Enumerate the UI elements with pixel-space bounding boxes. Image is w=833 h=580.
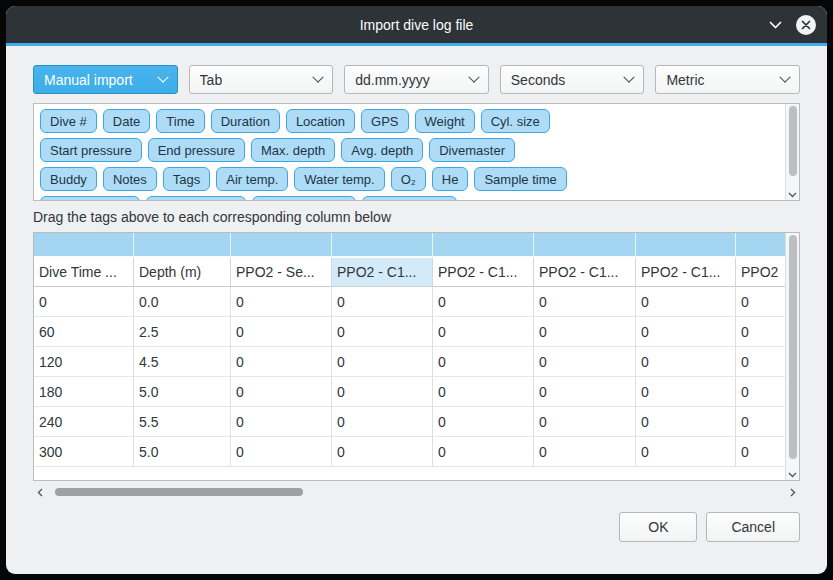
tag-max-depth[interactable]: Max. depth	[251, 138, 335, 162]
table-area: Dive Time ...Depth (m)PPO2 - Se...PPO2 -…	[34, 233, 785, 480]
combo-tab[interactable]: Tab	[189, 65, 334, 94]
tag-location[interactable]: Location	[286, 109, 355, 133]
chevron-down-icon	[468, 71, 479, 82]
table-cell: 0	[636, 317, 736, 347]
combo-seconds[interactable]: Seconds	[500, 65, 645, 94]
combo-dd-mm-yyyy[interactable]: dd.mm.yyyy	[344, 65, 489, 94]
tag-buddy[interactable]: Buddy	[40, 167, 97, 191]
tag-rows: Dive #DateTimeDurationLocationGPSWeightC…	[34, 104, 799, 201]
column-header-dive-time[interactable]: Dive Time ...	[34, 258, 134, 287]
table-header-row: Dive Time ...Depth (m)PPO2 - Se...PPO2 -…	[34, 258, 785, 287]
scroll-left-button[interactable]	[33, 484, 47, 500]
scrollbar-thumb[interactable]	[55, 488, 303, 496]
table-cell: 5.0	[134, 377, 231, 407]
tag-start-pressure[interactable]: Start pressure	[40, 138, 142, 162]
column-header-depth-m[interactable]: Depth (m)	[134, 258, 231, 287]
tag-sample-depth[interactable]: Sample depth	[40, 196, 140, 201]
chevron-down-icon	[624, 71, 635, 82]
shade-button[interactable]	[764, 14, 786, 36]
column-drop-target[interactable]	[736, 233, 785, 258]
tag-sample-press[interactable]: Sample press.	[252, 196, 355, 201]
table-cell: 2.5	[134, 317, 231, 347]
column-drop-target[interactable]	[134, 233, 231, 258]
column-drop-target[interactable]	[433, 233, 534, 258]
scroll-down-button[interactable]	[786, 472, 799, 478]
tag-time[interactable]: Time	[156, 109, 204, 133]
titlebar-buttons	[764, 6, 817, 43]
table-cell: 0	[534, 347, 636, 377]
table-scrollbar-vertical[interactable]	[785, 233, 799, 480]
tag-gps[interactable]: GPS	[361, 109, 408, 133]
combo-metric[interactable]: Metric	[655, 65, 800, 94]
table-cell: 0	[231, 437, 332, 467]
tag-duration[interactable]: Duration	[211, 109, 280, 133]
table-cell: 120	[34, 347, 134, 377]
tag-sample-cns[interactable]: Sample CNS	[362, 196, 457, 201]
cancel-button[interactable]: Cancel	[706, 512, 800, 542]
scroll-right-button[interactable]	[786, 484, 800, 500]
chevron-down-icon	[788, 192, 797, 198]
table-cell: 0	[332, 377, 433, 407]
column-header-ppo2-c1[interactable]: PPO2 - C1...	[433, 258, 534, 287]
dialog-content: Manual importTabdd.mm.yyyySecondsMetric …	[6, 46, 827, 542]
table-cell: 60	[34, 317, 134, 347]
chevron-down-icon	[788, 472, 797, 478]
tag-divemaster[interactable]: Divemaster	[429, 138, 515, 162]
tag-sample-temp[interactable]: Sample temp.	[146, 196, 246, 201]
scrollbar-track[interactable]	[47, 484, 786, 500]
column-header-ppo2-c1[interactable]: PPO2 - C1...	[636, 258, 736, 287]
column-drop-target[interactable]	[332, 233, 433, 258]
table-cell: 0	[534, 377, 636, 407]
tag-end-pressure[interactable]: End pressure	[148, 138, 245, 162]
table-cell: 0	[433, 347, 534, 377]
chevron-down-icon	[779, 71, 790, 82]
column-drop-target[interactable]	[231, 233, 332, 258]
close-button[interactable]	[795, 14, 817, 36]
scrollbar-thumb[interactable]	[789, 235, 797, 459]
table-cell: 0	[636, 287, 736, 317]
tag-tags[interactable]: Tags	[163, 167, 210, 191]
tag-dive[interactable]: Dive #	[40, 109, 97, 133]
table-cell: 0.0	[134, 287, 231, 317]
combo-manual-import[interactable]: Manual import	[33, 65, 178, 94]
ok-button[interactable]: OK	[619, 512, 697, 542]
column-drop-target[interactable]	[534, 233, 636, 258]
tag-cyl-size[interactable]: Cyl. size	[481, 109, 550, 133]
tag-air-temp[interactable]: Air temp.	[216, 167, 288, 191]
table-cell: 0	[332, 437, 433, 467]
table-row: 602.5000000	[34, 317, 785, 347]
tag-row: Sample depthSample temp.Sample press.Sam…	[40, 196, 793, 201]
table-scrollbar-horizontal[interactable]	[33, 484, 800, 500]
column-header-ppo2-se[interactable]: PPO2 - Se...	[231, 258, 332, 287]
table-cell: 180	[34, 377, 134, 407]
tag-avg-depth[interactable]: Avg. depth	[341, 138, 423, 162]
table-cell: 0	[231, 377, 332, 407]
tag-notes[interactable]: Notes	[103, 167, 157, 191]
tag-date[interactable]: Date	[103, 109, 150, 133]
table-cell: 0	[534, 407, 636, 437]
column-drop-target[interactable]	[636, 233, 736, 258]
table-cell: 0	[736, 437, 785, 467]
tag-water-temp[interactable]: Water temp.	[294, 167, 384, 191]
titlebar[interactable]: Import dive log file	[6, 6, 827, 43]
chevron-down-icon	[769, 21, 782, 29]
column-header-ppo2-c1[interactable]: PPO2 - C1...	[534, 258, 636, 287]
table-cell: 0	[636, 347, 736, 377]
combo-selected-value: Seconds	[511, 72, 565, 88]
tag-o[interactable]: O₂	[391, 167, 426, 191]
tag-sample-time[interactable]: Sample time	[474, 167, 566, 191]
tag-he[interactable]: He	[432, 167, 469, 191]
scrollbar-thumb[interactable]	[789, 106, 797, 176]
combo-selected-value: Tab	[200, 72, 223, 88]
drop-target-row	[34, 233, 785, 258]
column-drop-target[interactable]	[34, 233, 134, 258]
column-header-ppo2-c1[interactable]: PPO2 - C1...	[332, 258, 433, 287]
tag-pool-scrollbar[interactable]	[785, 104, 799, 200]
table-cell: 4.5	[134, 347, 231, 377]
tag-weight[interactable]: Weight	[415, 109, 475, 133]
table-cell: 0	[736, 317, 785, 347]
scroll-down-button[interactable]	[786, 192, 799, 198]
table-cell: 0	[332, 347, 433, 377]
column-header-ppo2[interactable]: PPO2	[736, 258, 785, 287]
window-title: Import dive log file	[360, 17, 474, 33]
